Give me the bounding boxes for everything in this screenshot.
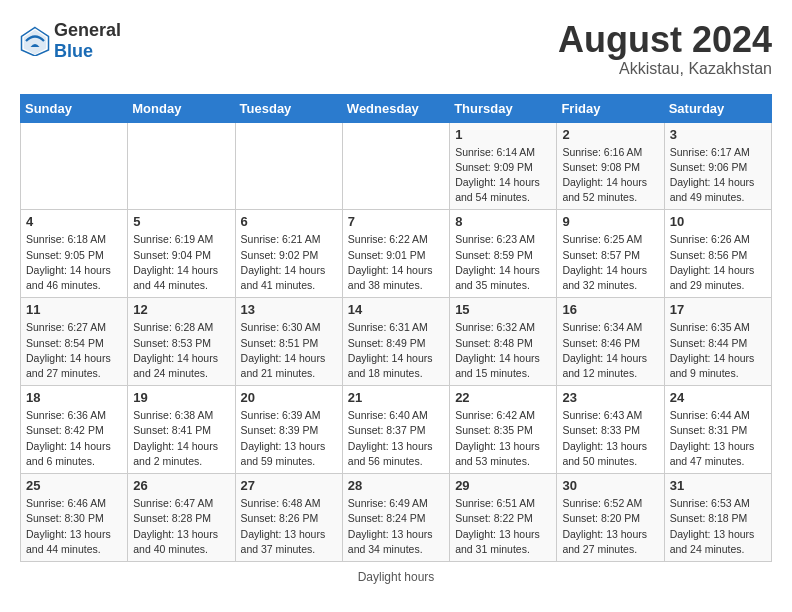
calendar-cell: 19Sunrise: 6:38 AMSunset: 8:41 PMDayligh… [128, 386, 235, 474]
day-number: 24 [670, 390, 766, 405]
logo-icon [20, 26, 50, 56]
day-number: 16 [562, 302, 658, 317]
location-subtitle: Akkistau, Kazakhstan [558, 60, 772, 78]
calendar-cell: 27Sunrise: 6:48 AMSunset: 8:26 PMDayligh… [235, 474, 342, 562]
day-header-monday: Monday [128, 94, 235, 122]
day-info: Sunrise: 6:48 AMSunset: 8:26 PMDaylight:… [241, 496, 337, 557]
day-number: 28 [348, 478, 444, 493]
day-info: Sunrise: 6:43 AMSunset: 8:33 PMDaylight:… [562, 408, 658, 469]
day-number: 11 [26, 302, 122, 317]
calendar-cell: 15Sunrise: 6:32 AMSunset: 8:48 PMDayligh… [450, 298, 557, 386]
day-info: Sunrise: 6:27 AMSunset: 8:54 PMDaylight:… [26, 320, 122, 381]
calendar-week-row: 11Sunrise: 6:27 AMSunset: 8:54 PMDayligh… [21, 298, 772, 386]
day-info: Sunrise: 6:16 AMSunset: 9:08 PMDaylight:… [562, 145, 658, 206]
calendar-week-row: 1Sunrise: 6:14 AMSunset: 9:09 PMDaylight… [21, 122, 772, 210]
day-number: 15 [455, 302, 551, 317]
calendar-cell: 31Sunrise: 6:53 AMSunset: 8:18 PMDayligh… [664, 474, 771, 562]
day-info: Sunrise: 6:36 AMSunset: 8:42 PMDaylight:… [26, 408, 122, 469]
day-number: 12 [133, 302, 229, 317]
calendar-week-row: 18Sunrise: 6:36 AMSunset: 8:42 PMDayligh… [21, 386, 772, 474]
calendar-week-row: 25Sunrise: 6:46 AMSunset: 8:30 PMDayligh… [21, 474, 772, 562]
day-info: Sunrise: 6:52 AMSunset: 8:20 PMDaylight:… [562, 496, 658, 557]
day-number: 21 [348, 390, 444, 405]
day-info: Sunrise: 6:17 AMSunset: 9:06 PMDaylight:… [670, 145, 766, 206]
day-number: 13 [241, 302, 337, 317]
calendar-cell: 5Sunrise: 6:19 AMSunset: 9:04 PMDaylight… [128, 210, 235, 298]
day-number: 9 [562, 214, 658, 229]
calendar-cell: 17Sunrise: 6:35 AMSunset: 8:44 PMDayligh… [664, 298, 771, 386]
day-header-thursday: Thursday [450, 94, 557, 122]
calendar-cell: 14Sunrise: 6:31 AMSunset: 8:49 PMDayligh… [342, 298, 449, 386]
day-info: Sunrise: 6:32 AMSunset: 8:48 PMDaylight:… [455, 320, 551, 381]
day-info: Sunrise: 6:23 AMSunset: 8:59 PMDaylight:… [455, 232, 551, 293]
title-block: August 2024 Akkistau, Kazakhstan [558, 20, 772, 78]
calendar-cell: 30Sunrise: 6:52 AMSunset: 8:20 PMDayligh… [557, 474, 664, 562]
day-info: Sunrise: 6:53 AMSunset: 8:18 PMDaylight:… [670, 496, 766, 557]
day-number: 8 [455, 214, 551, 229]
calendar-cell: 25Sunrise: 6:46 AMSunset: 8:30 PMDayligh… [21, 474, 128, 562]
day-number: 29 [455, 478, 551, 493]
day-header-friday: Friday [557, 94, 664, 122]
calendar-cell: 8Sunrise: 6:23 AMSunset: 8:59 PMDaylight… [450, 210, 557, 298]
day-number: 1 [455, 127, 551, 142]
day-info: Sunrise: 6:35 AMSunset: 8:44 PMDaylight:… [670, 320, 766, 381]
calendar-cell: 29Sunrise: 6:51 AMSunset: 8:22 PMDayligh… [450, 474, 557, 562]
day-header-tuesday: Tuesday [235, 94, 342, 122]
day-info: Sunrise: 6:22 AMSunset: 9:01 PMDaylight:… [348, 232, 444, 293]
day-number: 23 [562, 390, 658, 405]
calendar-cell [235, 122, 342, 210]
day-info: Sunrise: 6:51 AMSunset: 8:22 PMDaylight:… [455, 496, 551, 557]
calendar-cell: 12Sunrise: 6:28 AMSunset: 8:53 PMDayligh… [128, 298, 235, 386]
calendar-cell: 3Sunrise: 6:17 AMSunset: 9:06 PMDaylight… [664, 122, 771, 210]
day-info: Sunrise: 6:21 AMSunset: 9:02 PMDaylight:… [241, 232, 337, 293]
logo-general: General [54, 20, 121, 40]
day-number: 2 [562, 127, 658, 142]
day-info: Sunrise: 6:14 AMSunset: 9:09 PMDaylight:… [455, 145, 551, 206]
calendar-cell [342, 122, 449, 210]
day-number: 14 [348, 302, 444, 317]
calendar-table: SundayMondayTuesdayWednesdayThursdayFrid… [20, 94, 772, 562]
day-info: Sunrise: 6:31 AMSunset: 8:49 PMDaylight:… [348, 320, 444, 381]
calendar-cell: 4Sunrise: 6:18 AMSunset: 9:05 PMDaylight… [21, 210, 128, 298]
day-header-sunday: Sunday [21, 94, 128, 122]
calendar-cell: 11Sunrise: 6:27 AMSunset: 8:54 PMDayligh… [21, 298, 128, 386]
day-info: Sunrise: 6:40 AMSunset: 8:37 PMDaylight:… [348, 408, 444, 469]
calendar-cell [21, 122, 128, 210]
day-info: Sunrise: 6:47 AMSunset: 8:28 PMDaylight:… [133, 496, 229, 557]
day-number: 20 [241, 390, 337, 405]
day-info: Sunrise: 6:19 AMSunset: 9:04 PMDaylight:… [133, 232, 229, 293]
day-number: 4 [26, 214, 122, 229]
day-info: Sunrise: 6:18 AMSunset: 9:05 PMDaylight:… [26, 232, 122, 293]
day-info: Sunrise: 6:38 AMSunset: 8:41 PMDaylight:… [133, 408, 229, 469]
day-number: 26 [133, 478, 229, 493]
day-number: 27 [241, 478, 337, 493]
day-number: 10 [670, 214, 766, 229]
day-info: Sunrise: 6:26 AMSunset: 8:56 PMDaylight:… [670, 232, 766, 293]
logo: General Blue [20, 20, 121, 62]
calendar-cell: 18Sunrise: 6:36 AMSunset: 8:42 PMDayligh… [21, 386, 128, 474]
day-info: Sunrise: 6:46 AMSunset: 8:30 PMDaylight:… [26, 496, 122, 557]
day-number: 31 [670, 478, 766, 493]
day-info: Sunrise: 6:39 AMSunset: 8:39 PMDaylight:… [241, 408, 337, 469]
calendar-cell: 21Sunrise: 6:40 AMSunset: 8:37 PMDayligh… [342, 386, 449, 474]
day-number: 5 [133, 214, 229, 229]
calendar-cell [128, 122, 235, 210]
day-info: Sunrise: 6:49 AMSunset: 8:24 PMDaylight:… [348, 496, 444, 557]
day-number: 18 [26, 390, 122, 405]
day-number: 25 [26, 478, 122, 493]
day-info: Sunrise: 6:25 AMSunset: 8:57 PMDaylight:… [562, 232, 658, 293]
day-number: 17 [670, 302, 766, 317]
day-info: Sunrise: 6:34 AMSunset: 8:46 PMDaylight:… [562, 320, 658, 381]
day-number: 22 [455, 390, 551, 405]
calendar-cell: 13Sunrise: 6:30 AMSunset: 8:51 PMDayligh… [235, 298, 342, 386]
day-header-wednesday: Wednesday [342, 94, 449, 122]
day-number: 7 [348, 214, 444, 229]
calendar-cell: 9Sunrise: 6:25 AMSunset: 8:57 PMDaylight… [557, 210, 664, 298]
calendar-cell: 28Sunrise: 6:49 AMSunset: 8:24 PMDayligh… [342, 474, 449, 562]
day-info: Sunrise: 6:44 AMSunset: 8:31 PMDaylight:… [670, 408, 766, 469]
day-number: 30 [562, 478, 658, 493]
calendar-cell: 2Sunrise: 6:16 AMSunset: 9:08 PMDaylight… [557, 122, 664, 210]
day-info: Sunrise: 6:42 AMSunset: 8:35 PMDaylight:… [455, 408, 551, 469]
day-number: 6 [241, 214, 337, 229]
calendar-cell: 24Sunrise: 6:44 AMSunset: 8:31 PMDayligh… [664, 386, 771, 474]
